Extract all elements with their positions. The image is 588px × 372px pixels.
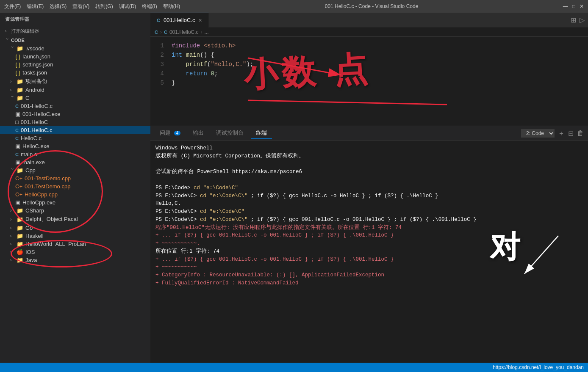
main-c[interactable]: C main.c xyxy=(0,150,150,158)
hellocpp-exe[interactable]: ▣ HelloCpp.exe xyxy=(0,198,150,207)
vscode-arrow: › xyxy=(10,47,15,51)
c-icon-2: C xyxy=(15,128,19,133)
exe-icon: ▣ xyxy=(15,111,20,117)
001-testdemo-dot-cpp[interactable]: C+ 001.TestDemo.cpp xyxy=(0,182,150,190)
split-terminal-icon[interactable]: ⊟ xyxy=(568,130,574,138)
csharp-label: CSharp xyxy=(25,207,44,214)
term-line-17: + CategoryInfo : ResourceUnavailable: (:… xyxy=(155,271,583,279)
launch-json[interactable]: { } launch.json xyxy=(0,52,150,61)
haskell-label: Haskell xyxy=(25,233,44,239)
ios-folder[interactable]: › 🍎 IOS xyxy=(0,248,150,256)
settings-json-label: settings.json xyxy=(22,61,53,68)
001-helloc-no-ext[interactable]: □ 001.HelloC xyxy=(0,118,150,126)
folder-icon-java: 📁 xyxy=(17,257,23,263)
folder-icon-csharp: 📁 xyxy=(17,207,23,214)
go-arrow: › xyxy=(10,226,14,230)
code-editor[interactable]: 1 2 3 4 5 #include <stdio.h> int main() … xyxy=(150,37,588,126)
android-folder[interactable]: › 📁 Android xyxy=(0,86,150,94)
vscode-folder[interactable]: › 📁 .vscode xyxy=(0,44,150,52)
split-editor-icon[interactable]: ⊞ xyxy=(571,16,576,24)
term-line-18: + FullyQualifiedErrorId : NativeCommandF… xyxy=(155,279,583,287)
maximize-button[interactable]: □ xyxy=(572,3,575,9)
cpp-icon-2: C+ xyxy=(15,183,22,190)
settings-json[interactable]: { } settings.json xyxy=(0,61,150,69)
breadcrumb-lang: C xyxy=(155,30,158,35)
tab-close-button[interactable]: × xyxy=(198,17,202,24)
tasks-json-label: tasks.json xyxy=(22,69,47,76)
panel-tab-output[interactable]: 输出 xyxy=(188,127,209,139)
001-helloc-dot-c[interactable]: C 001.HelloC.c xyxy=(0,126,150,134)
haskell-arrow: › xyxy=(10,234,14,238)
c-icon: C xyxy=(15,104,19,109)
term-line-7: PS E:\Code\C> cd "e:\Code\C\" ; if ($?) … xyxy=(155,192,583,200)
001-helloc-exe[interactable]: ▣ 001-HelloC.exe xyxy=(0,110,150,118)
status-url: https://blog.csdn.net/l_love_you_dandan xyxy=(493,364,584,370)
term-line-14: 所在位置 行:1 字符: 74 xyxy=(155,248,583,256)
helloc-exe[interactable]: ▣ HelloC.exe xyxy=(0,142,150,150)
term-line-11: 程序"001.HelloC"无法运行: 没有应用程序与此操作的指定文件有关联。所… xyxy=(155,224,583,232)
panel-tabs: 问题 4 输出 调试控制台 终端 2: Code ＋ ⊟ xyxy=(150,126,588,141)
exe-icon-3: ▣ xyxy=(15,159,20,165)
root-folder-section[interactable]: › CODE xyxy=(0,36,150,44)
go-folder[interactable]: › 📁 Go xyxy=(0,224,150,232)
tab-001-helloc[interactable]: C 001.HelloC.c × xyxy=(150,13,209,28)
helloc-c[interactable]: C HelloC.c xyxy=(0,134,150,142)
window-controls[interactable]: — □ ✕ xyxy=(563,3,584,9)
cpp-arrow: › xyxy=(10,168,15,173)
delphi-folder[interactable]: › 📁 Delphi、Object Pacal xyxy=(0,215,150,224)
tab-label: 001.HelloC.c xyxy=(164,17,195,23)
panel-tab-terminal[interactable]: 终端 xyxy=(251,127,272,139)
cpp-icon-3: C+ xyxy=(15,191,22,198)
menu-edit[interactable]: 编辑(E) xyxy=(27,3,44,10)
tasks-json[interactable]: { } tasks.json xyxy=(0,69,150,77)
c-folder[interactable]: › 📁 C xyxy=(0,94,150,102)
terminal-selector[interactable]: 2: Code xyxy=(521,129,555,138)
haskell-folder[interactable]: › 📁 Haskell xyxy=(0,232,150,240)
menu-file[interactable]: 文件(F) xyxy=(4,3,21,10)
file-label-8: main.exe xyxy=(22,159,45,165)
term-line-2: 版权所有 (C) Microsoft Corporation。保留所有权利。 xyxy=(155,152,583,160)
cpp-folder[interactable]: › 📁 Cpp xyxy=(0,166,150,174)
cpp-folder-label: Cpp xyxy=(25,167,36,174)
helloworld-label: HelloWorld_ALL_ProLan xyxy=(25,241,86,247)
menu-view[interactable]: 查看(V) xyxy=(72,3,89,10)
folder-icon-delphi: 📁 xyxy=(17,216,23,223)
file-label-12: HelloCpp.exe xyxy=(22,199,55,206)
001-testdemo-cpp[interactable]: C+ 001-TestDemo.cpp xyxy=(0,174,150,182)
delphi-label: Delphi、Object Pacal xyxy=(25,215,78,223)
menu-select[interactable]: 选择(S) xyxy=(50,3,67,10)
code-content[interactable]: #include <stdio.h> int main() { printf("… xyxy=(167,37,588,126)
backup-folder[interactable]: › 📁 项目备份 xyxy=(0,77,150,86)
panel-tab-debug[interactable]: 调试控制台 xyxy=(211,127,249,139)
panel-tab-problems[interactable]: 问题 4 xyxy=(155,127,186,139)
delete-terminal-button[interactable]: 🗑 xyxy=(577,130,584,137)
maximize-panel-icon[interactable]: ▷ xyxy=(580,16,585,24)
menu-bar[interactable]: 文件(F) 编辑(E) 选择(S) 查看(V) 转到(G) 调试(D) 终端(I… xyxy=(4,3,180,10)
line-numbers: 1 2 3 4 5 xyxy=(150,37,167,126)
c-arrow: › xyxy=(10,96,15,100)
001-helloc-c[interactable]: C 001-HelloC.c xyxy=(0,102,150,110)
minimize-button[interactable]: — xyxy=(563,3,568,9)
file-label-7: main.c xyxy=(21,151,37,157)
close-button[interactable]: ✕ xyxy=(580,3,584,9)
term-line-4: 尝试新的跨平台 PowerShell https://aka.ms/pscore… xyxy=(155,168,583,176)
file-label-6: HelloC.exe xyxy=(22,143,50,149)
csharp-folder[interactable]: › 📁 CSharp xyxy=(0,207,150,215)
go-label: Go xyxy=(25,225,33,231)
terminal-content[interactable]: Windows PowerShell 版权所有 (C) Microsoft Co… xyxy=(150,141,588,287)
open-editors-section[interactable]: › 打开的编辑器 xyxy=(0,26,150,36)
vscode-label: .vscode xyxy=(25,45,44,52)
term-line-9: PS E:\Code\C> cd "e:\Code\C" xyxy=(155,208,583,216)
backup-arrow: › xyxy=(10,79,14,84)
menu-terminal[interactable]: 终端(I) xyxy=(142,3,157,10)
menu-help[interactable]: 帮助(H) xyxy=(163,3,180,10)
output-label: 输出 xyxy=(193,130,204,136)
add-terminal-button[interactable]: ＋ xyxy=(558,129,565,138)
main-exe[interactable]: ▣ main.exe xyxy=(0,158,150,166)
hellocpp-cpp[interactable]: C+ HelloCpp.cpp xyxy=(0,190,150,198)
folder-icon-go: 📁 xyxy=(17,225,23,231)
menu-goto[interactable]: 转到(G) xyxy=(95,3,113,10)
java-folder[interactable]: › 📁 Java xyxy=(0,256,150,264)
menu-debug[interactable]: 调试(D) xyxy=(119,3,136,10)
helloworld-folder[interactable]: › 📁 HelloWorld_ALL_ProLan xyxy=(0,240,150,248)
